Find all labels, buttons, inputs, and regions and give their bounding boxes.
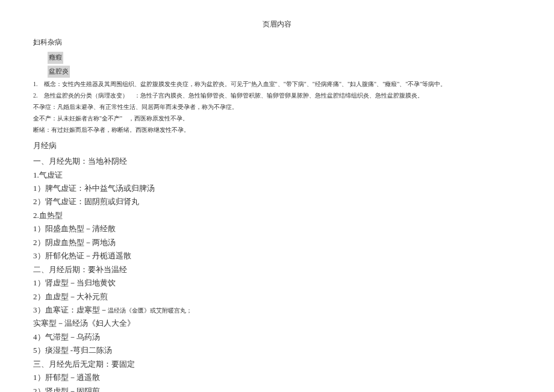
content-line: 2）阴虚血热型－两地汤 (33, 236, 521, 249)
intro-line: 不孕症：凡婚后未避孕、有正常性生活、同居两年而未受孕者，称为不孕症。 (33, 102, 521, 112)
content-line: 2）血虚型－大补元煎 (33, 290, 521, 303)
content-line: 2）肾气虚证：固阴煎或归肾丸 (33, 195, 521, 208)
content-line: 一、月经先期：当地补阴经 (33, 155, 521, 167)
intro-line: 2. 急性盆腔炎的分类（病理改变） ：急性子宫内膜炎、急性输卵管炎、输卵管积脓、… (33, 90, 521, 101)
content-line: 3）血寒证：虚寒型－温经汤《金匮》或艾附暖宫丸； (33, 303, 521, 316)
page-header: 页眉内容 (33, 18, 521, 31)
content-line: 4）气滞型－乌药汤 (33, 331, 521, 343)
content-line: 1）肝郁型－逍遥散 (33, 371, 521, 384)
content-line: 二、月经后期：要补当温经 (33, 263, 521, 276)
intro-line: 断绪：有过妊娠而后不孕者，称断绪。西医称继发性不孕。 (33, 125, 521, 135)
content-line: 实寒型－温经汤《妇人大全》 (33, 317, 521, 329)
content-line: 1）肾虚型－当归地黄饮 (33, 276, 521, 289)
content-line: 2）肾虚型－固阴煎 (33, 385, 521, 392)
intro-line: 1. 概念：女性内生殖器及其周围组织、盆腔腹膜发生炎症，称为盆腔炎。可见于"热入… (33, 79, 521, 89)
section-heading: 月经病 (33, 138, 521, 152)
content-line: 5）痰湿型 -芎归二陈汤 (33, 344, 521, 356)
content-line: 1）阳盛血热型－清经散 (33, 222, 521, 235)
content-line: 三、月经先后无定期：要固定 (33, 358, 521, 370)
content-line: 1.气虚证 (33, 169, 521, 181)
highlighted-term: 癥瘕 (48, 52, 63, 64)
content-line: 2.血热型 (33, 209, 521, 222)
main-title: 妇科杂病 (33, 36, 521, 49)
intro-line: 全不产：从未妊娠者古称"全不产" ，西医称原发性不孕。 (33, 113, 521, 123)
highlighted-term: 盆腔炎 (48, 66, 70, 78)
content-line: 3）肝郁化热证－丹栀逍遥散 (33, 249, 521, 262)
content-line: 1）脾气虚证：补中益气汤或归脾汤 (33, 182, 521, 194)
